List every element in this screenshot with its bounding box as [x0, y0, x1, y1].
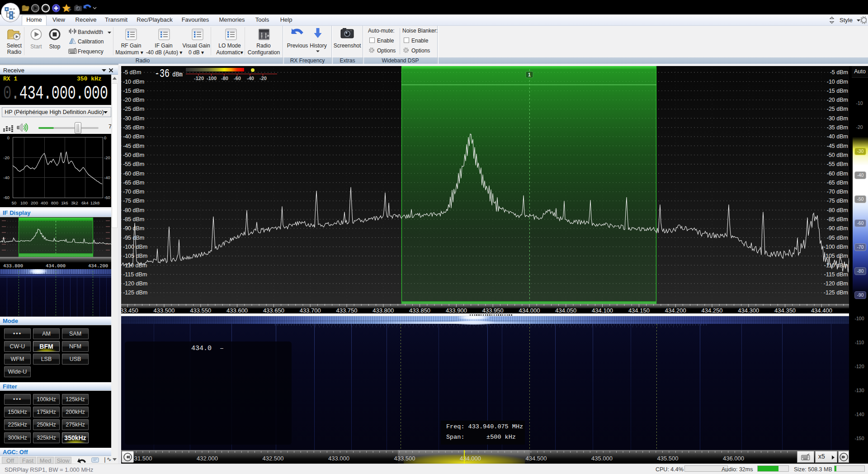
- svg-text:-105 dBm: -105 dBm: [123, 253, 147, 259]
- svg-text:-115 dBm: -115 dBm: [824, 271, 848, 278]
- svg-text:-100 dBm: -100 dBm: [824, 244, 848, 250]
- svg-text:-65 dBm: -65 dBm: [827, 180, 848, 186]
- svg-text:433.800: 433.800: [373, 307, 394, 314]
- svg-text:-125 dBm: -125 dBm: [824, 289, 848, 296]
- svg-text:-36: -36: [155, 67, 170, 81]
- svg-text:433.500: 433.500: [154, 307, 175, 314]
- svg-text:-100: -100: [207, 76, 217, 81]
- svg-text:-50 dBm: -50 dBm: [123, 152, 144, 158]
- svg-text:-95 dBm: -95 dBm: [123, 235, 144, 241]
- svg-text:433.900: 433.900: [446, 307, 467, 314]
- svg-text:-120: -120: [194, 76, 204, 81]
- svg-text:-120 dBm: -120 dBm: [824, 280, 848, 287]
- svg-text:-85 dBm: -85 dBm: [827, 216, 848, 223]
- svg-text:-80: -80: [221, 76, 228, 81]
- svg-text:-5 dBm: -5 dBm: [830, 69, 848, 76]
- svg-text:-95 dBm: -95 dBm: [827, 235, 848, 241]
- svg-text:-80 dBm: -80 dBm: [827, 207, 848, 213]
- svg-text:-35 dBm: -35 dBm: [827, 124, 848, 131]
- svg-text:-40 dBm: -40 dBm: [123, 133, 144, 140]
- svg-text:-110 dBm: -110 dBm: [123, 262, 147, 269]
- svg-text:-45 dBm: -45 dBm: [827, 143, 848, 149]
- svg-text:-40 dBm: -40 dBm: [827, 133, 848, 140]
- svg-text:434.350: 434.350: [774, 307, 796, 314]
- svg-text:-30 dBm: -30 dBm: [827, 115, 848, 122]
- svg-text:434.300: 434.300: [738, 307, 759, 314]
- svg-text:-15 dBm: -15 dBm: [123, 88, 144, 94]
- svg-text:434.150: 434.150: [628, 307, 650, 314]
- svg-text:433.850: 433.850: [409, 307, 430, 314]
- svg-text:433.550: 433.550: [190, 307, 211, 314]
- svg-text:433.450: 433.450: [117, 307, 138, 314]
- svg-text:-5 dBm: -5 dBm: [123, 69, 141, 76]
- svg-text:434.250: 434.250: [702, 307, 723, 314]
- svg-text:-10 dBm: -10 dBm: [123, 79, 144, 85]
- svg-text:-125 dBm: -125 dBm: [123, 289, 147, 296]
- svg-text:434.050: 434.050: [555, 307, 576, 314]
- svg-text:-90 dBm: -90 dBm: [123, 225, 144, 232]
- svg-text:1: 1: [528, 72, 531, 77]
- svg-text:-65 dBm: -65 dBm: [123, 180, 144, 186]
- svg-text:-55 dBm: -55 dBm: [827, 161, 848, 167]
- svg-text:-30 dBm: -30 dBm: [123, 115, 144, 122]
- svg-text:-105 dBm: -105 dBm: [824, 253, 848, 259]
- svg-text:434.100: 434.100: [592, 307, 613, 314]
- svg-text:433.950: 433.950: [482, 307, 504, 314]
- svg-text:-70 dBm: -70 dBm: [827, 189, 848, 195]
- svg-text:-20 dBm: -20 dBm: [123, 97, 144, 103]
- svg-text:434.400: 434.400: [811, 307, 832, 314]
- svg-text:-100 dBm: -100 dBm: [123, 244, 147, 250]
- svg-text:dBm: dBm: [172, 71, 183, 78]
- svg-text:-75 dBm: -75 dBm: [123, 198, 144, 204]
- svg-text:-55 dBm: -55 dBm: [123, 161, 144, 167]
- svg-text:-15 dBm: -15 dBm: [827, 88, 848, 94]
- svg-text:-40: -40: [247, 76, 254, 81]
- svg-text:-80 dBm: -80 dBm: [123, 207, 144, 213]
- svg-text:-25 dBm: -25 dBm: [827, 106, 848, 112]
- svg-text:433.700: 433.700: [300, 307, 321, 314]
- svg-text:434.200: 434.200: [665, 307, 686, 314]
- svg-text:434.000: 434.000: [519, 307, 540, 314]
- svg-text:433.600: 433.600: [226, 307, 248, 314]
- svg-text:-120 dBm: -120 dBm: [123, 280, 147, 287]
- svg-text:-75 dBm: -75 dBm: [827, 198, 848, 204]
- svg-text:-60 dBm: -60 dBm: [827, 171, 848, 177]
- svg-text:433.750: 433.750: [336, 307, 358, 314]
- svg-text:-25 dBm: -25 dBm: [123, 106, 144, 112]
- svg-text:-45 dBm: -45 dBm: [123, 143, 144, 149]
- svg-text:-20 dBm: -20 dBm: [827, 97, 848, 103]
- svg-text:433.650: 433.650: [263, 307, 284, 314]
- svg-text:-20: -20: [259, 76, 267, 81]
- svg-text:-115 dBm: -115 dBm: [123, 271, 147, 278]
- svg-text:-85 dBm: -85 dBm: [123, 216, 144, 223]
- svg-text:-90 dBm: -90 dBm: [827, 225, 848, 232]
- svg-text:-10 dBm: -10 dBm: [827, 79, 848, 85]
- svg-text:-50 dBm: -50 dBm: [827, 152, 848, 158]
- svg-text:-60: -60: [234, 76, 241, 81]
- svg-text:-70 dBm: -70 dBm: [123, 189, 144, 195]
- svg-text:-60 dBm: -60 dBm: [123, 171, 144, 177]
- svg-text:-110 dBm: -110 dBm: [824, 262, 848, 269]
- svg-text:-35 dBm: -35 dBm: [123, 124, 144, 131]
